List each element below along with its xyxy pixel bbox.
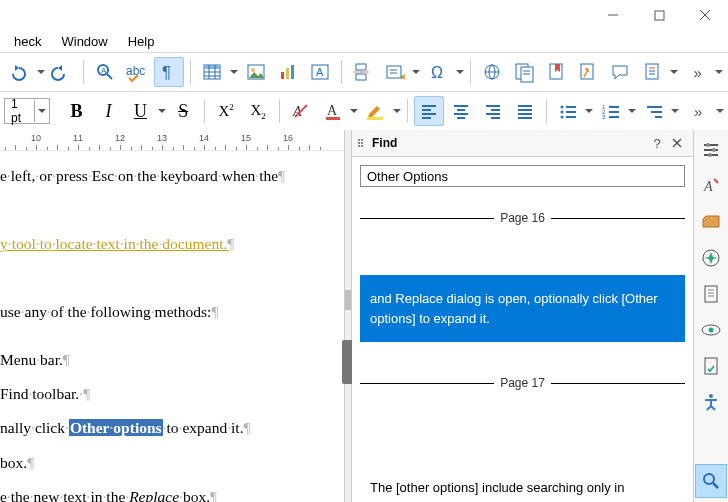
outline-list-dropdown[interactable] [671,109,680,113]
insert-table-button[interactable] [197,57,227,87]
undo-button[interactable] [4,57,34,87]
svg-text:abc: abc [126,64,145,78]
find-result-selected[interactable]: and Replace dialog is open, optionally c… [360,275,685,342]
clearformat-button[interactable]: A [286,96,316,126]
svg-rect-22 [356,64,366,70]
fontsize-combo[interactable]: 1 pt [4,98,50,124]
svg-text:3: 3 [602,114,606,120]
align-justify-button[interactable] [510,96,540,126]
window-close-button[interactable] [682,0,728,30]
strikethrough-button[interactable]: S [168,96,198,126]
find-close-button[interactable] [667,133,687,153]
window-minimize-button[interactable] [590,0,636,30]
trackchanges-button[interactable] [637,57,667,87]
insert-pagebreak-button[interactable] [348,57,378,87]
svg-line-97 [713,483,718,488]
align-right-button[interactable] [478,96,508,126]
svg-point-65 [561,116,564,119]
number-list-button[interactable]: 123 [596,96,626,126]
insert-symbol-button[interactable]: Ω [423,57,453,87]
toolbar2-overflow-button[interactable]: » [683,96,713,126]
align-left-button[interactable] [414,96,444,126]
spellcheck-button[interactable]: abc [122,57,152,87]
insert-table-dropdown[interactable] [229,70,238,74]
formatting-marks-button[interactable]: ¶ [154,57,184,87]
sidebar-gallery-button[interactable] [696,206,726,238]
document-page[interactable]: e·left,·or·press·Esc·on·the·keyboard·whe… [0,151,344,502]
menubar: heck Window Help [0,30,728,52]
sidebar-page-button[interactable] [696,278,726,310]
redo-button[interactable] [47,57,77,87]
svg-point-64 [561,111,564,114]
menu-help[interactable]: Help [118,32,165,51]
bullet-list-dropdown[interactable] [585,109,594,113]
superscript-button[interactable]: X2 [211,96,241,126]
svg-point-85 [708,153,712,157]
fontcolor-button[interactable]: A [318,96,348,126]
svg-rect-45 [326,117,340,120]
find-panel-title: Find [372,136,647,150]
findreplace-button[interactable]: A [90,57,120,87]
menu-check[interactable]: heck [4,32,51,51]
svg-rect-25 [387,66,401,78]
window-maximize-button[interactable] [636,0,682,30]
menu-window[interactable]: Window [51,32,117,51]
italic-button[interactable]: I [93,96,123,126]
sidebar-manage-changes-button[interactable] [696,350,726,382]
document-area: 910111213141516 e·left,·or·press·Esc·on·… [0,130,345,502]
outline-list-button[interactable] [639,96,669,126]
insert-image-button[interactable] [241,57,271,87]
bold-button[interactable]: B [61,96,91,126]
insert-field-button[interactable] [380,57,410,87]
highlight-button[interactable] [361,96,391,126]
svg-text:A: A [316,66,324,78]
svg-rect-23 [356,74,366,80]
insert-field-dropdown[interactable] [412,70,421,74]
footnote-button[interactable] [509,57,539,87]
undo-dropdown[interactable] [36,70,45,74]
toolbar-overflow-button[interactable]: » [683,57,713,87]
bullet-list-button[interactable] [553,96,583,126]
align-center-button[interactable] [446,96,476,126]
find-search-input[interactable] [360,165,685,187]
svg-text:¶: ¶ [162,63,171,82]
panel-grip[interactable] [342,340,352,384]
page-separator-16: Page 16 [360,211,685,225]
horizontal-ruler[interactable]: 910111213141516 [0,130,344,151]
sidebar-navigator-button[interactable] [696,242,726,274]
svg-rect-17 [281,72,284,79]
number-list-dropdown[interactable] [628,109,637,113]
sidebar-styles-button[interactable]: A [696,170,726,202]
underline-button[interactable]: U [125,96,155,126]
sidebar-properties-button[interactable] [696,134,726,166]
svg-rect-10 [204,65,220,69]
scrollbar-thumb[interactable] [345,290,351,310]
insert-chart-button[interactable] [273,57,303,87]
trackchanges-dropdown[interactable] [669,70,678,74]
splitter[interactable] [345,130,351,502]
fontcolor-dropdown[interactable] [350,109,359,113]
window-titlebar [0,0,728,30]
crossref-button[interactable] [573,57,603,87]
svg-rect-46 [367,117,383,120]
find-result[interactable]: The [other options] include searching on… [360,464,685,502]
underline-dropdown[interactable] [157,109,166,113]
bookmark-button[interactable] [541,57,571,87]
svg-point-95 [709,394,713,398]
highlight-dropdown[interactable] [393,109,402,113]
svg-rect-94 [705,358,717,374]
svg-text:Ω: Ω [431,64,443,81]
toolbar-options-dropdown[interactable] [715,70,724,74]
sidebar-find-button[interactable] [695,464,727,498]
toolbar2-options-dropdown[interactable] [715,109,724,113]
find-help-button[interactable]: ? [647,133,667,153]
insert-symbol-dropdown[interactable] [455,70,464,74]
sidebar-accessibility-button[interactable] [696,386,726,418]
comment-button[interactable] [605,57,635,87]
insert-textbox-button[interactable]: A [305,57,335,87]
sidebar-deck: A [693,130,728,502]
toolbar-formatting: 1 pt B I U S X2 X2 A A 123 » [0,91,728,130]
subscript-button[interactable]: X2 [243,96,273,126]
hyperlink-button[interactable] [477,57,507,87]
sidebar-styleinspector-button[interactable] [696,314,726,346]
